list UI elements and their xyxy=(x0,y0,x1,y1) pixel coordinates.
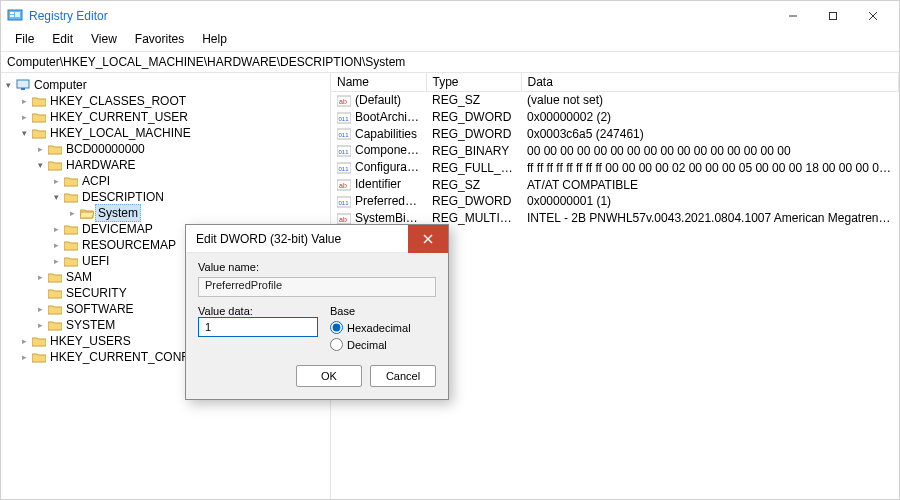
chevron-right-icon[interactable]: ▸ xyxy=(49,237,63,253)
chevron-right-icon[interactable]: ▸ xyxy=(33,269,47,285)
tree-node-label: HKEY_CLASSES_ROOT xyxy=(47,93,189,109)
menu-help[interactable]: Help xyxy=(194,31,235,51)
tree-node-label: HKEY_CURRENT_CONFIG xyxy=(47,349,204,365)
tree-node-label: HKEY_LOCAL_MACHINE xyxy=(47,125,194,141)
chevron-right-icon[interactable]: ▸ xyxy=(49,173,63,189)
col-data-header[interactable]: Data xyxy=(521,73,899,92)
tree-node-label: DESCRIPTION xyxy=(79,189,167,205)
close-button[interactable] xyxy=(853,3,893,29)
dialog-title: Edit DWORD (32-bit) Value xyxy=(186,232,408,246)
chevron-down-icon[interactable]: ▾ xyxy=(1,77,15,93)
svg-rect-8 xyxy=(17,80,29,88)
tree-node[interactable]: ▸HKEY_CLASSES_ROOT xyxy=(1,93,330,109)
window-controls xyxy=(773,3,893,29)
chevron-right-icon[interactable]: ▸ xyxy=(49,221,63,237)
chevron-right-icon[interactable]: ▸ xyxy=(65,205,79,221)
radio-hexadecimal-input[interactable] xyxy=(330,321,343,334)
chevron-right-icon[interactable]: ▸ xyxy=(33,301,47,317)
address-bar[interactable]: Computer\HKEY_LOCAL_MACHINE\HARDWARE\DES… xyxy=(1,51,899,73)
menu-favorites[interactable]: Favorites xyxy=(127,31,192,51)
tree-node[interactable]: ▸HKEY_CURRENT_USER xyxy=(1,109,330,125)
value-data-label: Value data: xyxy=(198,305,318,317)
tree-node-label: UEFI xyxy=(79,253,112,269)
menu-file[interactable]: File xyxy=(7,31,42,51)
value-type-icon: ab xyxy=(337,178,351,192)
col-name-header[interactable]: Name xyxy=(331,73,426,92)
body: ▾Computer▸HKEY_CLASSES_ROOT▸HKEY_CURRENT… xyxy=(1,73,899,499)
tree-node[interactable]: ▸BCD00000000 xyxy=(1,141,330,157)
radio-decimal-input[interactable] xyxy=(330,338,343,351)
chevron-right-icon[interactable]: ▸ xyxy=(49,253,63,269)
value-name: ab(Default) xyxy=(331,92,426,109)
chevron-right-icon[interactable]: ▸ xyxy=(33,141,47,157)
value-name: abIdentifier xyxy=(331,176,426,193)
chevron-down-icon[interactable]: ▾ xyxy=(33,157,47,173)
value-row[interactable]: abIdentifierREG_SZAT/AT COMPATIBLE xyxy=(331,176,899,193)
value-row[interactable]: 011Configuration D...REG_FULL_RESOU...ff… xyxy=(331,159,899,176)
tree-node[interactable]: ▸ACPI xyxy=(1,173,330,189)
app-icon xyxy=(7,8,23,24)
value-row[interactable]: ab(Default)REG_SZ(value not set) xyxy=(331,92,899,109)
chevron-down-icon[interactable]: ▾ xyxy=(49,189,63,205)
svg-rect-2 xyxy=(10,15,14,17)
value-row[interactable]: 011Component Inf...REG_BINARY00 00 00 00… xyxy=(331,142,899,159)
dialog-titlebar: Edit DWORD (32-bit) Value xyxy=(186,225,448,253)
value-type: REG_FULL_RESOU... xyxy=(426,159,521,176)
chevron-right-icon[interactable]: ▸ xyxy=(17,109,31,125)
edit-dword-dialog: Edit DWORD (32-bit) Value Value name: Pr… xyxy=(185,224,449,400)
value-name-label: Value name: xyxy=(198,261,259,273)
address-text: Computer\HKEY_LOCAL_MACHINE\HARDWARE\DES… xyxy=(7,55,405,69)
chevron-right-icon[interactable]: ▸ xyxy=(33,317,47,333)
menu-edit[interactable]: Edit xyxy=(44,31,81,51)
folder-icon xyxy=(31,128,47,139)
svg-text:ab: ab xyxy=(339,216,347,223)
tree-node-label: HARDWARE xyxy=(63,157,139,173)
dialog-close-button[interactable] xyxy=(408,225,448,253)
folder-icon xyxy=(47,160,63,171)
maximize-button[interactable] xyxy=(813,3,853,29)
ok-button[interactable]: OK xyxy=(296,365,362,387)
svg-rect-1 xyxy=(10,12,14,14)
radio-hexadecimal[interactable]: Hexadecimal xyxy=(330,321,411,334)
tree-node-label: DEVICEMAP xyxy=(79,221,156,237)
value-row[interactable]: 011BootArchitectureREG_DWORD0x00000002 (… xyxy=(331,109,899,126)
chevron-right-icon[interactable]: ▸ xyxy=(17,349,31,365)
value-type-icon: 011 xyxy=(337,127,351,141)
tree-node[interactable]: ▸System xyxy=(1,205,330,221)
value-type-icon: 011 xyxy=(337,111,351,125)
cancel-button[interactable]: Cancel xyxy=(370,365,436,387)
col-type-header[interactable]: Type xyxy=(426,73,521,92)
folder-icon xyxy=(79,208,95,219)
value-type: REG_DWORD xyxy=(426,126,521,143)
value-name: 011Configuration D... xyxy=(331,159,426,176)
folder-icon xyxy=(47,272,63,283)
base-label: Base xyxy=(330,305,411,317)
window-title: Registry Editor xyxy=(23,9,773,23)
folder-icon xyxy=(63,176,79,187)
tree-node[interactable]: ▾HARDWARE xyxy=(1,157,330,173)
tree-node-label: System xyxy=(95,204,141,222)
value-row[interactable]: 011CapabilitiesREG_DWORD0x0003c6a5 (2474… xyxy=(331,126,899,143)
folder-icon xyxy=(31,112,47,123)
menu-view[interactable]: View xyxy=(83,31,125,51)
value-name-field: PreferredProfile xyxy=(198,277,436,297)
minimize-button[interactable] xyxy=(773,3,813,29)
tree-node[interactable]: ▾Computer xyxy=(1,77,330,93)
value-name: 011PreferredProfile xyxy=(331,193,426,210)
dialog-body: Value name: PreferredProfile Value data:… xyxy=(186,253,448,399)
value-data: AT/AT COMPATIBLE xyxy=(521,176,899,193)
value-type-icon: 011 xyxy=(337,144,351,158)
value-row[interactable]: 011PreferredProfileREG_DWORD0x00000001 (… xyxy=(331,193,899,210)
value-data: INTEL - 2B PNWHL57v.0043.2021.0804.1007 … xyxy=(521,210,899,227)
value-data-input[interactable] xyxy=(198,317,318,337)
svg-rect-9 xyxy=(21,88,25,90)
tree-node[interactable]: ▾DESCRIPTION xyxy=(1,189,330,205)
chevron-down-icon[interactable]: ▾ xyxy=(17,125,31,141)
tree-node[interactable]: ▾HKEY_LOCAL_MACHINE xyxy=(1,125,330,141)
value-name: 011Capabilities xyxy=(331,126,426,143)
svg-rect-3 xyxy=(15,12,20,17)
radio-decimal[interactable]: Decimal xyxy=(330,338,411,351)
value-data: 0x00000001 (1) xyxy=(521,193,899,210)
chevron-right-icon[interactable]: ▸ xyxy=(17,93,31,109)
chevron-right-icon[interactable]: ▸ xyxy=(17,333,31,349)
